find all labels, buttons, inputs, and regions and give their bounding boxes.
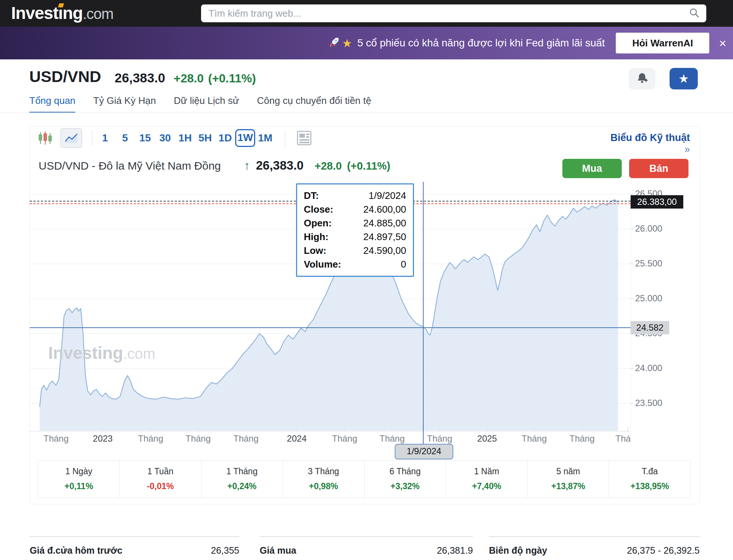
last-price-badge: 26.383,00 bbox=[631, 195, 683, 209]
chevron-right-icon: » bbox=[684, 144, 690, 155]
top-header-bar: Investıng.com bbox=[0, 0, 733, 27]
x-axis-label: Tháng bbox=[517, 433, 551, 444]
y-axis-label: 26.000 bbox=[635, 223, 662, 234]
page-title: USD/VND bbox=[29, 68, 101, 86]
chart-title: USD/VND - Đô la Mỹ Việt Nam Đồng bbox=[39, 160, 221, 172]
x-axis-label-year: 2025 bbox=[470, 433, 504, 444]
timeframe-1w-active[interactable]: 1W bbox=[235, 129, 255, 147]
tooltip-row: DT:1/9/2024 bbox=[304, 189, 406, 203]
x-axis-label: Tháng bbox=[229, 433, 263, 444]
chart-watermark: Investing.com bbox=[48, 343, 155, 363]
timeframe-1[interactable]: 1 bbox=[95, 129, 115, 147]
stat-bid: Giá mua26,381.9 bbox=[260, 536, 473, 556]
x-axis-label: Tháng bbox=[611, 433, 631, 444]
tooltip-row: Close:24.600,00 bbox=[304, 203, 406, 216]
tooltip-row: Low:24.590,00 bbox=[304, 244, 406, 258]
crosshair-date-badge: 1/9/2024 bbox=[395, 444, 453, 459]
promo-banner: ★ 5 cổ phiếu có khả năng được lợi khi Fe… bbox=[0, 27, 733, 59]
chart-price: 26,383.0 bbox=[256, 158, 303, 173]
ask-warrenai-button[interactable]: Hỏi WarrenAI bbox=[616, 33, 709, 53]
toolbar-divider bbox=[285, 130, 285, 146]
performance-strip: 1 Ngày+0,11% 1 Tuần-0,01% 1 Tháng+0,24% … bbox=[38, 460, 691, 498]
site-search bbox=[201, 4, 706, 22]
x-axis-label: Tháng bbox=[181, 433, 215, 444]
y-axis-label: 23.500 bbox=[635, 398, 662, 408]
x-axis-label: Tháng bbox=[134, 433, 167, 444]
tab-du-lieu-lich-su[interactable]: Dữ liệu Lịch sử bbox=[174, 95, 239, 113]
timeframe-1h[interactable]: 1H bbox=[175, 129, 195, 147]
search-input[interactable] bbox=[201, 8, 688, 19]
buy-button[interactable]: Mua bbox=[562, 159, 622, 178]
technical-chart-link[interactable]: Biểu đồ Kỹ thuật » bbox=[605, 132, 690, 155]
instrument-price: 26,383.0 bbox=[115, 71, 165, 85]
stat-prev-close: Giá đ.cửa hôm trước26,355 bbox=[30, 536, 239, 556]
timeframe-5[interactable]: 5 bbox=[115, 129, 135, 147]
candlestick-chart-icon[interactable] bbox=[37, 130, 53, 148]
promo-text: 5 cổ phiếu có khả năng được lợi khi Fed … bbox=[357, 37, 605, 49]
timeframe-1m[interactable]: 1M bbox=[255, 129, 275, 147]
change-percent: (+0.11%) bbox=[208, 72, 256, 85]
crosshair-vertical-line bbox=[423, 182, 424, 444]
logo-text: Invest bbox=[11, 3, 58, 23]
investing-usd-vnd-page: Investıng.com ★ 5 cổ phiếu có khả năng đ… bbox=[0, 0, 733, 560]
perf-cell-5-nam[interactable]: 5 năm+13,87% bbox=[527, 461, 609, 498]
line-chart-icon[interactable] bbox=[60, 128, 82, 148]
crosshair-value-badge: 24.582 bbox=[631, 321, 669, 334]
investing-logo[interactable]: Investıng.com bbox=[11, 3, 114, 23]
rocket-icon bbox=[329, 37, 340, 49]
x-axis-label: Tháng bbox=[565, 433, 599, 444]
tab-ty-gia-ky-han[interactable]: Tỷ Giá Kỳ Hạn bbox=[93, 95, 156, 113]
instrument-tabs: Tổng quan Tỷ Giá Kỳ Hạn Dữ liệu Lịch sử … bbox=[29, 95, 371, 113]
chart-change: +28.0 (+0.11%) bbox=[315, 160, 390, 172]
star-icon: ★ bbox=[678, 72, 689, 86]
ohlc-tooltip: DT:1/9/2024 Close:24.600,00 Open:24.885,… bbox=[296, 183, 414, 277]
tooltip-row: High:24.897,50 bbox=[304, 230, 406, 244]
y-axis-label: 24.000 bbox=[635, 363, 662, 373]
y-axis-label: 25.500 bbox=[635, 258, 662, 269]
x-axis-label: Tháng bbox=[423, 433, 456, 444]
alert-button[interactable] bbox=[629, 68, 655, 89]
tooltip-row: Volume:0 bbox=[304, 258, 406, 271]
logo-suffix: .com bbox=[83, 6, 114, 22]
x-axis-label: Tháng bbox=[328, 433, 361, 444]
news-layout-icon[interactable] bbox=[294, 129, 314, 148]
sell-button[interactable]: Bán bbox=[629, 159, 688, 178]
crosshair-horizontal-line bbox=[30, 327, 631, 328]
x-axis-label-year: 2024 bbox=[280, 433, 313, 444]
perf-cell-1-ngay[interactable]: 1 Ngày+0,11% bbox=[38, 461, 120, 498]
bell-plus-icon bbox=[636, 72, 648, 86]
tabs-divider bbox=[0, 112, 733, 112]
toolbar-divider bbox=[92, 130, 92, 146]
change-value: +28.0 bbox=[174, 72, 204, 85]
x-axis-label: Tháng bbox=[375, 433, 409, 444]
tab-tong-quan[interactable]: Tổng quan bbox=[29, 95, 75, 113]
perf-cell-3-thang[interactable]: 3 Tháng+0,98% bbox=[283, 461, 365, 498]
up-arrow-icon: ↑ bbox=[244, 159, 250, 173]
perf-cell-max[interactable]: T.đa+138,95% bbox=[609, 461, 690, 498]
timeframe-15[interactable]: 15 bbox=[135, 129, 155, 147]
x-axis-label-year: 2023 bbox=[86, 433, 119, 444]
timeframe-row: 1 5 15 30 1H 5H 1D 1W 1M bbox=[95, 129, 275, 147]
watchlist-star-button[interactable]: ★ bbox=[670, 68, 698, 89]
perf-cell-1-thang[interactable]: 1 Tháng+0,24% bbox=[201, 461, 283, 498]
banner-close-icon[interactable]: × bbox=[719, 37, 726, 49]
star-icon: ★ bbox=[342, 37, 352, 50]
x-axis: Tháng 2023 Tháng Tháng Tháng 2024 Tháng … bbox=[30, 433, 631, 445]
search-icon[interactable] bbox=[688, 7, 700, 20]
stat-day-range: Biên độ ngày26,375 - 26,392.5 bbox=[489, 536, 700, 556]
x-axis-label: Tháng bbox=[39, 433, 73, 444]
instrument-change: +28.0 (+0.11%) bbox=[174, 72, 256, 85]
perf-cell-6-thang[interactable]: 6 Tháng+3,32% bbox=[365, 461, 446, 498]
tab-cong-cu-chuyen-doi[interactable]: Công cụ chuyển đổi tiền tệ bbox=[257, 95, 371, 113]
tooltip-row: Open:24.885,00 bbox=[304, 216, 406, 230]
y-axis-label: 25.000 bbox=[635, 293, 662, 304]
perf-cell-1-nam[interactable]: 1 Năm+7,40% bbox=[446, 461, 527, 498]
timeframe-5h[interactable]: 5H bbox=[195, 129, 215, 147]
timeframe-1d[interactable]: 1D bbox=[215, 129, 235, 147]
perf-cell-1-tuan[interactable]: 1 Tuần-0,01% bbox=[120, 461, 201, 498]
timeframe-30[interactable]: 30 bbox=[155, 129, 175, 147]
